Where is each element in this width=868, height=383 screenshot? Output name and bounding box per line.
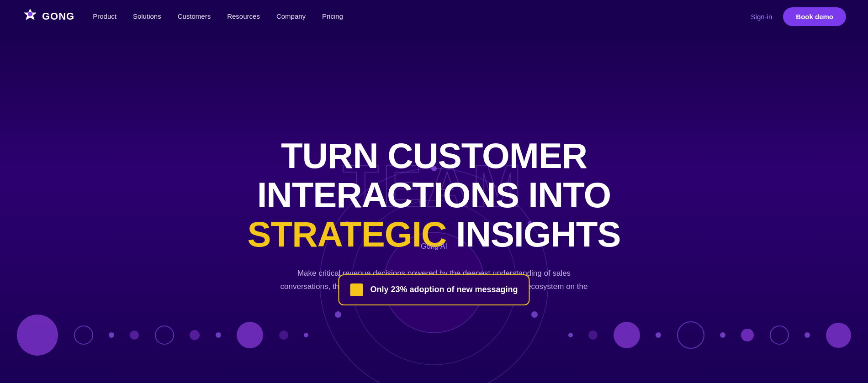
svg-point-8	[335, 311, 341, 318]
circle-item	[190, 330, 200, 340]
book-demo-button[interactable]: Book demo	[783, 7, 846, 26]
nav-customers[interactable]: Customers	[178, 12, 211, 20]
nav-links: Product Solutions Customers Resources Co…	[93, 12, 343, 21]
nav-solutions[interactable]: Solutions	[133, 12, 161, 20]
circle-item	[770, 325, 789, 345]
nav-resources[interactable]: Resources	[227, 12, 260, 20]
circle-item	[588, 331, 598, 340]
circle-item	[130, 331, 139, 340]
logo[interactable]: GONG	[22, 8, 74, 25]
gong-ai-label: Gong AI	[421, 242, 447, 251]
circle-item	[804, 332, 810, 338]
hero-title-line1: TURN CUSTOMER INTERACTIONS INTO	[217, 136, 651, 215]
circle-item	[155, 325, 174, 345]
circle-item	[237, 322, 263, 348]
hero-section: TEAM TURN CUSTOMER INTERACTIONS INTO STR…	[0, 33, 868, 383]
circle-item	[17, 315, 58, 356]
nav-right: Sign-in Book demo	[751, 7, 846, 26]
tooltip-icon	[350, 283, 363, 296]
logo-icon	[22, 8, 38, 25]
circle-item	[720, 332, 725, 338]
svg-point-1	[28, 12, 32, 16]
circle-item	[677, 321, 704, 349]
circle-item	[614, 322, 640, 348]
hero-strategic: STRATEGIC	[248, 214, 447, 254]
circle-item	[304, 333, 308, 337]
tooltip-text: Only 23% adoption of new messaging	[370, 284, 518, 295]
hero-insights: INSIGHTS	[446, 214, 620, 254]
circle-item	[826, 323, 851, 348]
circle-item	[279, 331, 288, 340]
nav-company[interactable]: Company	[276, 12, 306, 20]
circle-item	[568, 333, 573, 337]
svg-point-7	[531, 311, 538, 318]
nav-pricing[interactable]: Pricing	[322, 12, 343, 20]
navbar: GONG Product Solutions Customers Resourc…	[0, 0, 868, 33]
hero-title: TURN CUSTOMER INTERACTIONS INTO STRATEGI…	[217, 136, 651, 254]
circle-item	[216, 332, 221, 338]
tooltip-card: Only 23% adoption of new messaging	[338, 274, 529, 305]
sign-in-link[interactable]: Sign-in	[751, 13, 773, 21]
circle-item	[109, 332, 114, 338]
circle-item	[74, 325, 93, 345]
logo-text: GONG	[42, 10, 74, 22]
circle-item	[656, 332, 661, 338]
circle-item	[741, 329, 754, 341]
nav-product[interactable]: Product	[93, 12, 116, 20]
